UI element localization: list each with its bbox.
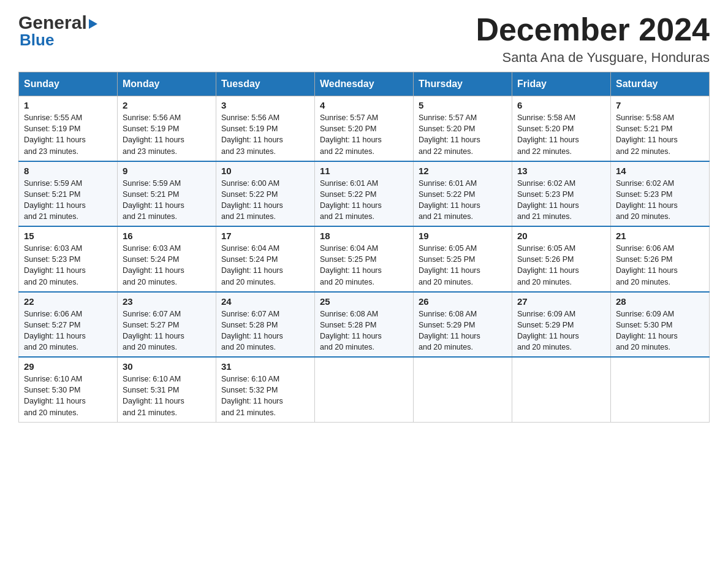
day-number-22: 22	[24, 296, 112, 307]
day-number-8: 8	[24, 166, 112, 176]
day-info-3: Sunrise: 5:56 AMSunset: 5:19 PMDaylight:…	[221, 112, 309, 157]
calendar-header-saturday: Saturday	[611, 72, 710, 96]
day-number-14: 14	[616, 166, 704, 176]
calendar-day-29: 29Sunrise: 6:10 AMSunset: 5:30 PMDayligh…	[19, 357, 118, 422]
calendar-day-26: 26Sunrise: 6:08 AMSunset: 5:29 PMDayligh…	[414, 292, 512, 358]
calendar-day-17: 17Sunrise: 6:04 AMSunset: 5:24 PMDayligh…	[216, 226, 315, 292]
day-number-9: 9	[123, 166, 211, 176]
calendar-day-31: 31Sunrise: 6:10 AMSunset: 5:32 PMDayligh…	[216, 357, 315, 422]
calendar-header-sunday: Sunday	[19, 72, 118, 96]
calendar-week-1: 1Sunrise: 5:55 AMSunset: 5:19 PMDaylight…	[19, 96, 710, 161]
day-number-20: 20	[517, 231, 605, 241]
day-number-2: 2	[123, 100, 211, 110]
day-number-16: 16	[123, 231, 211, 241]
calendar-week-5: 29Sunrise: 6:10 AMSunset: 5:30 PMDayligh…	[19, 357, 710, 422]
day-number-5: 5	[419, 100, 507, 110]
day-info-25: Sunrise: 6:08 AMSunset: 5:28 PMDaylight:…	[320, 308, 408, 353]
day-number-26: 26	[419, 296, 507, 307]
page-subtitle: Santa Ana de Yusguare, Honduras	[476, 50, 710, 66]
day-number-19: 19	[419, 231, 507, 241]
calendar-header-row: SundayMondayTuesdayWednesdayThursdayFrid…	[19, 72, 710, 96]
page-title: December 2024	[476, 12, 710, 47]
day-info-14: Sunrise: 6:02 AMSunset: 5:23 PMDaylight:…	[616, 178, 704, 223]
day-info-28: Sunrise: 6:09 AMSunset: 5:30 PMDaylight:…	[616, 308, 704, 353]
day-info-15: Sunrise: 6:03 AMSunset: 5:23 PMDaylight:…	[24, 243, 112, 288]
day-info-30: Sunrise: 6:10 AMSunset: 5:31 PMDaylight:…	[123, 373, 211, 418]
calendar-day-15: 15Sunrise: 6:03 AMSunset: 5:23 PMDayligh…	[19, 226, 118, 292]
day-info-27: Sunrise: 6:09 AMSunset: 5:29 PMDaylight:…	[517, 308, 605, 353]
day-info-19: Sunrise: 6:05 AMSunset: 5:25 PMDaylight:…	[419, 243, 507, 288]
empty-cell	[512, 357, 611, 422]
page-header: General Blue December 2024 Santa Ana de …	[18, 12, 710, 66]
day-info-24: Sunrise: 6:07 AMSunset: 5:28 PMDaylight:…	[221, 308, 309, 353]
calendar-day-14: 14Sunrise: 6:02 AMSunset: 5:23 PMDayligh…	[611, 161, 710, 227]
day-number-12: 12	[419, 166, 507, 176]
day-info-13: Sunrise: 6:02 AMSunset: 5:23 PMDaylight:…	[517, 178, 605, 223]
calendar-table: SundayMondayTuesdayWednesdayThursdayFrid…	[18, 72, 710, 423]
calendar-day-2: 2Sunrise: 5:56 AMSunset: 5:19 PMDaylight…	[118, 96, 216, 161]
calendar-day-13: 13Sunrise: 6:02 AMSunset: 5:23 PMDayligh…	[512, 161, 611, 227]
calendar-header-tuesday: Tuesday	[216, 72, 315, 96]
calendar-week-3: 15Sunrise: 6:03 AMSunset: 5:23 PMDayligh…	[19, 226, 710, 292]
day-number-1: 1	[24, 100, 112, 110]
day-info-11: Sunrise: 6:01 AMSunset: 5:22 PMDaylight:…	[320, 178, 408, 223]
day-info-17: Sunrise: 6:04 AMSunset: 5:24 PMDaylight:…	[221, 243, 309, 288]
day-number-30: 30	[123, 361, 211, 372]
calendar-day-3: 3Sunrise: 5:56 AMSunset: 5:19 PMDaylight…	[216, 96, 315, 161]
day-info-5: Sunrise: 5:57 AMSunset: 5:20 PMDaylight:…	[419, 112, 507, 157]
day-info-29: Sunrise: 6:10 AMSunset: 5:30 PMDaylight:…	[24, 373, 112, 418]
day-number-4: 4	[320, 100, 408, 110]
day-number-11: 11	[320, 166, 408, 176]
day-info-1: Sunrise: 5:55 AMSunset: 5:19 PMDaylight:…	[24, 112, 112, 157]
day-number-31: 31	[221, 361, 309, 372]
calendar-day-20: 20Sunrise: 6:05 AMSunset: 5:26 PMDayligh…	[512, 226, 611, 292]
day-number-13: 13	[517, 166, 605, 176]
day-info-18: Sunrise: 6:04 AMSunset: 5:25 PMDaylight:…	[320, 243, 408, 288]
calendar-day-30: 30Sunrise: 6:10 AMSunset: 5:31 PMDayligh…	[118, 357, 216, 422]
title-block: December 2024 Santa Ana de Yusguare, Hon…	[476, 12, 710, 66]
calendar-header-friday: Friday	[512, 72, 611, 96]
empty-cell	[611, 357, 710, 422]
day-number-27: 27	[517, 296, 605, 307]
day-info-21: Sunrise: 6:06 AMSunset: 5:26 PMDaylight:…	[616, 243, 704, 288]
day-number-28: 28	[616, 296, 704, 307]
calendar-day-25: 25Sunrise: 6:08 AMSunset: 5:28 PMDayligh…	[315, 292, 414, 358]
calendar-header-wednesday: Wednesday	[315, 72, 414, 96]
calendar-day-10: 10Sunrise: 6:00 AMSunset: 5:22 PMDayligh…	[216, 161, 315, 227]
calendar-day-19: 19Sunrise: 6:05 AMSunset: 5:25 PMDayligh…	[414, 226, 512, 292]
calendar-day-8: 8Sunrise: 5:59 AMSunset: 5:21 PMDaylight…	[19, 161, 118, 227]
day-info-26: Sunrise: 6:08 AMSunset: 5:29 PMDaylight:…	[419, 308, 507, 353]
calendar-header-monday: Monday	[118, 72, 216, 96]
calendar-day-4: 4Sunrise: 5:57 AMSunset: 5:20 PMDaylight…	[315, 96, 414, 161]
day-info-23: Sunrise: 6:07 AMSunset: 5:27 PMDaylight:…	[123, 308, 211, 353]
day-number-17: 17	[221, 231, 309, 241]
day-info-2: Sunrise: 5:56 AMSunset: 5:19 PMDaylight:…	[123, 112, 211, 157]
calendar-day-23: 23Sunrise: 6:07 AMSunset: 5:27 PMDayligh…	[118, 292, 216, 358]
calendar-day-9: 9Sunrise: 5:59 AMSunset: 5:21 PMDaylight…	[118, 161, 216, 227]
calendar-day-28: 28Sunrise: 6:09 AMSunset: 5:30 PMDayligh…	[611, 292, 710, 358]
day-info-6: Sunrise: 5:58 AMSunset: 5:20 PMDaylight:…	[517, 112, 605, 157]
logo-arrow-icon	[89, 19, 97, 29]
day-number-24: 24	[221, 296, 309, 307]
empty-cell	[414, 357, 512, 422]
day-info-4: Sunrise: 5:57 AMSunset: 5:20 PMDaylight:…	[320, 112, 408, 157]
day-number-10: 10	[221, 166, 309, 176]
calendar-week-4: 22Sunrise: 6:06 AMSunset: 5:27 PMDayligh…	[19, 292, 710, 358]
day-info-10: Sunrise: 6:00 AMSunset: 5:22 PMDaylight:…	[221, 178, 309, 223]
calendar-week-2: 8Sunrise: 5:59 AMSunset: 5:21 PMDaylight…	[19, 161, 710, 227]
day-info-12: Sunrise: 6:01 AMSunset: 5:22 PMDaylight:…	[419, 178, 507, 223]
day-number-29: 29	[24, 361, 112, 372]
calendar-day-6: 6Sunrise: 5:58 AMSunset: 5:20 PMDaylight…	[512, 96, 611, 161]
calendar-day-27: 27Sunrise: 6:09 AMSunset: 5:29 PMDayligh…	[512, 292, 611, 358]
logo-general: General	[18, 12, 87, 33]
day-info-16: Sunrise: 6:03 AMSunset: 5:24 PMDaylight:…	[123, 243, 211, 288]
calendar-day-12: 12Sunrise: 6:01 AMSunset: 5:22 PMDayligh…	[414, 161, 512, 227]
calendar-day-11: 11Sunrise: 6:01 AMSunset: 5:22 PMDayligh…	[315, 161, 414, 227]
day-info-9: Sunrise: 5:59 AMSunset: 5:21 PMDaylight:…	[123, 178, 211, 223]
day-info-22: Sunrise: 6:06 AMSunset: 5:27 PMDaylight:…	[24, 308, 112, 353]
calendar-day-5: 5Sunrise: 5:57 AMSunset: 5:20 PMDaylight…	[414, 96, 512, 161]
day-number-23: 23	[123, 296, 211, 307]
day-info-31: Sunrise: 6:10 AMSunset: 5:32 PMDaylight:…	[221, 373, 309, 418]
day-info-7: Sunrise: 5:58 AMSunset: 5:21 PMDaylight:…	[616, 112, 704, 157]
day-number-7: 7	[616, 100, 704, 110]
